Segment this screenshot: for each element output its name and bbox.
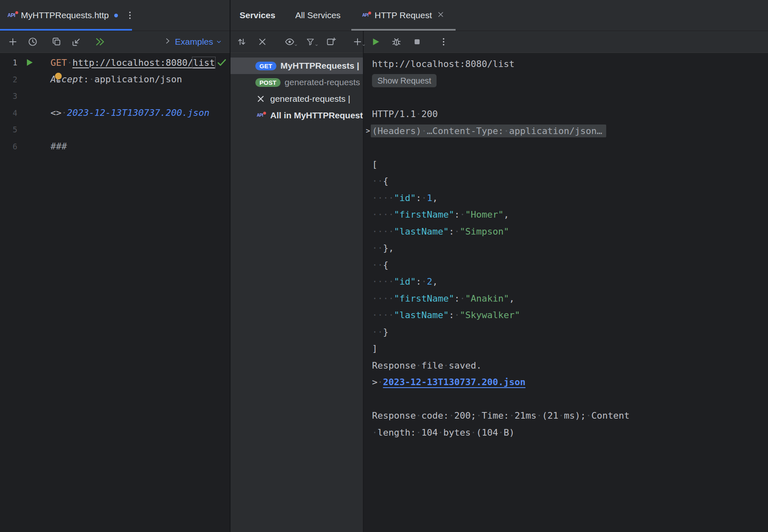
filter-icon[interactable] bbox=[303, 35, 317, 49]
line-number: 1 bbox=[0, 58, 17, 67]
api-icon: API bbox=[257, 113, 264, 117]
tree-item-label: MyHTTPRequests | bbox=[281, 61, 359, 71]
line-number: 3 bbox=[0, 91, 17, 101]
run-request-icon[interactable] bbox=[25, 58, 34, 67]
editor-kebab-menu-icon[interactable] bbox=[123, 8, 137, 22]
sort-icon[interactable] bbox=[235, 35, 249, 49]
editor-tab-bar: API MyHTTPRequests.http bbox=[0, 0, 230, 31]
console-line: ····"firstName":·"Homer", bbox=[372, 206, 768, 223]
examples-dropdown[interactable]: Examples bbox=[175, 37, 222, 47]
editor-line[interactable]: 2Accept:·application/json bbox=[0, 71, 230, 88]
whitespace-dots: · bbox=[449, 410, 454, 421]
whitespace-dots: · bbox=[416, 360, 421, 371]
tab-all-services-label: All Services bbox=[295, 10, 341, 20]
code-text: GET·http://localhost:8080/list bbox=[50, 58, 215, 68]
open-in-new-tab-icon[interactable] bbox=[324, 35, 338, 49]
whitespace-dots: ···· bbox=[372, 293, 394, 304]
whitespace-dots: ·· bbox=[372, 176, 383, 186]
ide-window: API MyHTTPRequests.http bbox=[0, 0, 768, 532]
collapse-all-icon[interactable] bbox=[255, 35, 269, 49]
editor-line[interactable]: 5 bbox=[0, 121, 230, 138]
chevron-right-icon[interactable] bbox=[163, 37, 172, 47]
tree-row[interactable]: APIAll in MyHTTPRequests bbox=[230, 107, 363, 124]
whitespace-dots: · bbox=[62, 108, 67, 118]
whitespace-dots: · bbox=[443, 360, 449, 371]
console-line: >(Headers)·…Content-Type:·application/js… bbox=[372, 122, 768, 139]
code-text: Accept:·application/json bbox=[50, 74, 182, 84]
add-request-button[interactable] bbox=[6, 35, 20, 49]
whitespace-dots: · bbox=[558, 410, 564, 421]
show-request-button[interactable]: Show Request bbox=[372, 74, 437, 87]
import-requests-button[interactable] bbox=[70, 35, 84, 49]
response-console: http://localhost:8080/listShow RequestHT… bbox=[364, 53, 768, 532]
console-line: ] bbox=[372, 340, 768, 357]
whitespace-dots: · bbox=[460, 293, 465, 304]
whitespace-dots: · bbox=[416, 410, 421, 421]
console-line: ··}, bbox=[372, 240, 768, 257]
method-badge: POST bbox=[255, 78, 281, 87]
whitespace-dots: · bbox=[416, 427, 421, 438]
whitespace-dots: · bbox=[67, 58, 72, 68]
whitespace-dots: ···· bbox=[372, 310, 394, 320]
whitespace-dots: · bbox=[476, 410, 482, 421]
whitespace-dots: · bbox=[372, 427, 377, 438]
tab-all-services[interactable]: All Services bbox=[284, 0, 351, 31]
editor-line[interactable]: 3 bbox=[0, 88, 230, 105]
history-button[interactable] bbox=[26, 35, 40, 49]
console-line: HTTP/1.1·200 bbox=[372, 106, 768, 123]
tree-row[interactable]: POSTgenerated-requests bbox=[230, 74, 363, 91]
close-tab-icon[interactable] bbox=[437, 10, 445, 21]
http-editor[interactable]: 1GET·http://localhost:8080/list2Accept:·… bbox=[0, 53, 230, 532]
editor-line[interactable]: 4<>·2023-12-13T130737.200.json bbox=[0, 105, 230, 122]
console-line: ····"id":·1, bbox=[372, 189, 768, 206]
stop-icon[interactable] bbox=[410, 35, 424, 49]
console-kebab-menu-icon[interactable] bbox=[437, 35, 451, 49]
tab-http-request[interactable]: API HTTP Request bbox=[351, 0, 456, 31]
intention-bulb-icon[interactable] bbox=[54, 72, 63, 83]
console-line: http://localhost:8080/list bbox=[372, 55, 768, 72]
whitespace-dots: · bbox=[504, 126, 509, 136]
whitespace-dots: · bbox=[454, 310, 460, 320]
editor-line[interactable]: 6### bbox=[0, 138, 230, 155]
folded-headers[interactable]: (Headers)·…Content-Type:·application/jso… bbox=[371, 125, 606, 137]
tab-title: MyHTTPRequests.http bbox=[21, 10, 109, 20]
editor-toolbar: Examples bbox=[0, 31, 230, 53]
response-console-pane: http://localhost:8080/listShow RequestHT… bbox=[364, 31, 768, 532]
tab-http-request-label: HTTP Request bbox=[374, 10, 432, 20]
response-file-link[interactable]: 2023-12-13T130737.200.json bbox=[383, 377, 526, 387]
editor-line[interactable]: 1GET·http://localhost:8080/list bbox=[0, 54, 230, 71]
whitespace-dots: · bbox=[460, 209, 465, 220]
close-icon bbox=[255, 95, 266, 103]
preview-eye-icon[interactable] bbox=[283, 35, 297, 49]
console-line: ····"lastName":·"Skywalker" bbox=[372, 307, 768, 324]
whitespace-dots: · bbox=[498, 427, 504, 438]
line-number: 5 bbox=[0, 125, 17, 134]
tab-myhttprequests-http[interactable]: API MyHTTPRequests.http bbox=[0, 0, 132, 31]
console-line bbox=[372, 139, 768, 156]
rerun-request-icon[interactable] bbox=[369, 35, 383, 49]
modified-indicator bbox=[114, 14, 118, 17]
whitespace-dots: · bbox=[421, 193, 427, 203]
console-line: ··{ bbox=[372, 256, 768, 273]
services-toolbar bbox=[230, 31, 363, 53]
run-all-requests-button[interactable] bbox=[93, 35, 107, 49]
intention-bulb[interactable] bbox=[54, 72, 63, 85]
tree-row[interactable]: generated-requests | bbox=[230, 91, 363, 107]
response-file-link[interactable]: 2023-12-13T130737.200.json bbox=[67, 108, 209, 118]
console-line: >·2023-12-13T130737.200.json bbox=[372, 374, 768, 391]
add-service-icon[interactable] bbox=[350, 35, 365, 49]
console-line: Response·code:·200;·Time:·21ms·(21·ms);·… bbox=[372, 407, 768, 424]
console-line: Response·file·saved. bbox=[372, 357, 768, 374]
whitespace-dots: ···· bbox=[372, 276, 394, 287]
whitespace-dots: · bbox=[421, 126, 427, 136]
gutter bbox=[17, 58, 50, 67]
fold-expand-icon[interactable]: > bbox=[366, 127, 370, 135]
whitespace-dots: · bbox=[536, 410, 542, 421]
request-success-indicator bbox=[216, 57, 227, 70]
copy-button[interactable] bbox=[50, 35, 64, 49]
console-line: [ bbox=[372, 156, 768, 173]
debug-bug-icon[interactable] bbox=[389, 35, 403, 49]
line-number: 6 bbox=[0, 142, 17, 151]
api-icon: API bbox=[255, 113, 266, 117]
tree-row[interactable]: GETMyHTTPRequests | bbox=[230, 58, 363, 74]
